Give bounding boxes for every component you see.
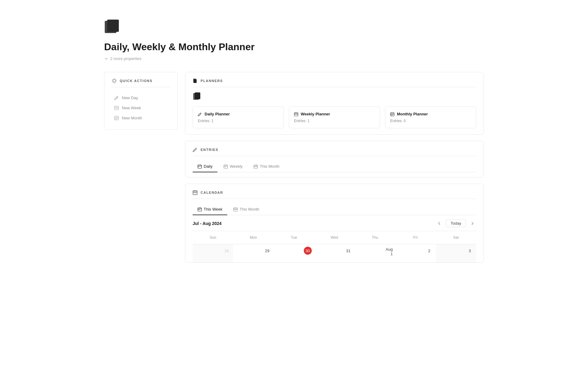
day-num-3: 3 [466,247,474,255]
svg-rect-44 [235,209,236,210]
sparkle-icon [112,78,117,83]
svg-rect-17 [295,114,296,115]
svg-rect-32 [254,167,255,167]
calendar-header: CALENDAR [193,190,476,199]
svg-rect-37 [195,193,195,193]
calendar-next-button[interactable] [469,220,476,227]
svg-rect-21 [391,114,392,115]
main-layout: QUICK ACTIONS New Day [104,72,484,263]
quick-action-new-day[interactable]: New Day [112,93,170,103]
book-icon [193,78,198,83]
svg-rect-9 [117,118,118,119]
calendar-prev-button[interactable] [435,220,443,227]
calendar-cell-2[interactable]: 2 [395,244,435,262]
planners-grid: Daily Planner Entries: 1 [193,107,476,128]
svg-rect-23 [393,114,394,115]
calendar-tab-month-icon [254,164,258,169]
svg-rect-1 [107,20,119,32]
new-week-label: New Week [122,106,141,110]
svg-rect-8 [116,118,117,119]
calendar-month-label: Jul - Aug 2024 [193,221,221,226]
entries-header: ENTRIES [193,147,476,156]
calendar-month-tab-icon [233,207,238,212]
svg-rect-5 [117,108,118,109]
day-header-sun: Sun [193,234,233,242]
calendar-tab-weekly-icon [224,164,228,169]
tab-weekly[interactable]: Weekly [219,161,247,172]
svg-rect-4 [116,108,117,109]
tab-this-week[interactable]: This Week [193,204,227,215]
calendar-cell-3[interactable]: 3 [436,244,476,262]
more-properties-toggle[interactable]: 2 more properties [104,56,484,61]
calendar-grid-body: 28 29 30 31 Aug 1 [193,244,476,262]
svg-rect-15 [195,92,200,99]
pencil-icon [114,95,119,100]
calendar-section-icon [193,190,198,195]
quick-action-new-week[interactable]: New Week [112,103,170,113]
planners-title: PLANNERS [201,79,223,83]
entries-card: ENTRIES Daily [185,141,484,178]
weekly-planner-card[interactable]: Weekly Planner Entries: 1 [289,107,380,128]
calendar-card: CALENDAR This Week [185,184,484,263]
svg-rect-40 [198,209,199,210]
quick-action-new-month[interactable]: New Month [112,113,170,123]
calendar-cell-31[interactable]: 31 [314,244,355,262]
calendar-nav-controls: Today [435,219,476,227]
tab-daily[interactable]: Daily [193,161,217,172]
app-logo [104,18,484,35]
chevron-down-icon [104,57,108,61]
chevron-right-icon [470,221,475,226]
daily-planner-entries: Entries: 1 [198,119,279,123]
calendar-month-icon [114,116,119,120]
svg-rect-34 [256,167,257,167]
svg-rect-41 [199,209,200,210]
tab-cal-this-month[interactable]: This Month [228,204,264,215]
svg-rect-45 [236,209,237,210]
planners-header: PLANNERS [193,78,476,87]
svg-rect-43 [234,209,235,210]
monthly-planner-entries: Entries: 0 [390,119,471,123]
day-header-mon: Mon [233,234,273,242]
calendar-icon-weekly [294,112,298,116]
day-num-30: 30 [304,247,312,255]
monthly-planner-title: Monthly Planner [390,112,471,116]
today-button[interactable]: Today [446,219,466,227]
calendar-cell-28[interactable]: 28 [193,244,233,262]
calendar-day-headers: Sun Mon Tue Wed Thu Fri Sat [193,231,476,244]
quick-actions-header: QUICK ACTIONS [112,78,170,87]
day-header-wed: Wed [314,234,355,242]
svg-rect-3 [115,108,116,109]
day-header-sat: Sat [436,234,476,242]
quick-actions-title: QUICK ACTIONS [120,79,153,83]
left-panel: QUICK ACTIONS New Day [104,72,178,129]
daily-planner-title: Daily Planner [198,112,279,116]
svg-rect-18 [296,114,296,115]
svg-rect-19 [297,114,297,115]
monthly-planner-card[interactable]: Monthly Planner Entries: 0 [385,107,476,128]
entries-tab-list: Daily Weekly [193,161,476,172]
calendar-cell-aug1[interactable]: Aug 1 [355,244,395,262]
calendar-week-icon [114,106,119,110]
calendar-cell-29[interactable]: 29 [233,244,273,262]
quick-actions-card: QUICK ACTIONS New Day [104,72,178,129]
calendar-cell-30[interactable]: 30 [274,244,314,262]
calendar-tab-list: This Week This Month [193,204,476,215]
tab-daily-label: Daily [204,164,213,169]
calendar-icon-monthly [390,112,394,116]
pencil-entries-icon [193,147,198,152]
daily-planner-card[interactable]: Daily Planner Entries: 1 [193,107,284,128]
tab-this-month[interactable]: This Month [249,161,284,172]
svg-rect-38 [196,193,197,193]
svg-rect-36 [194,193,194,193]
day-num-31: 31 [344,247,352,255]
chevron-left-icon [437,221,441,226]
svg-rect-10 [115,119,116,120]
new-day-label: New Day [122,95,138,100]
day-header-thu: Thu [355,234,395,242]
weekly-planner-title: Weekly Planner [294,112,375,116]
planner-notebook-icon-area [193,92,476,102]
svg-rect-22 [392,114,393,115]
tab-cal-this-month-label: This Month [239,207,259,212]
day-header-fri: Fri [395,234,435,242]
day-num-aug1: Aug 1 [385,248,393,256]
